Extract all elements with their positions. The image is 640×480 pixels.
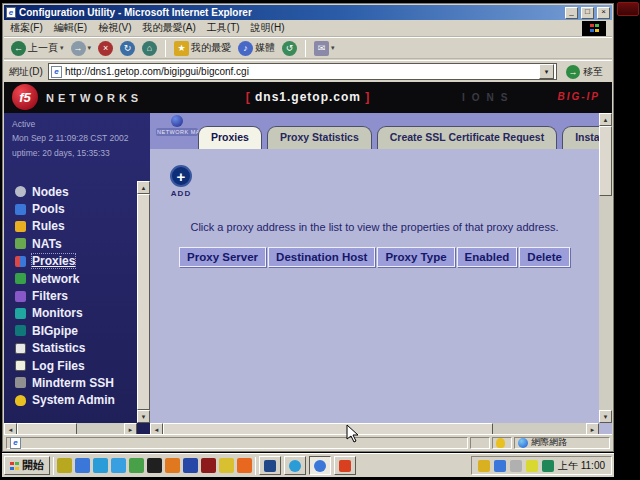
home-icon: ⌂ (142, 41, 157, 56)
sidebar-item-nats[interactable]: NATs (15, 235, 134, 252)
menu-tools[interactable]: 工具(T) (207, 21, 240, 35)
uptime-text: uptime: 20 days, 15:35:33 (12, 146, 150, 160)
forward-button[interactable]: → ▾ (69, 40, 94, 57)
back-icon: ← (11, 41, 26, 56)
tab-install-ssl-certificate[interactable]: Install SSL Certif (562, 126, 599, 149)
stop-button[interactable]: × (96, 40, 115, 57)
menu-favorites[interactable]: 我的最愛(A) (142, 21, 195, 35)
quicklaunch-icon[interactable] (237, 458, 252, 473)
menu-view[interactable]: 檢視(V) (98, 21, 131, 35)
quicklaunch-icon[interactable] (165, 458, 180, 473)
forward-dropdown-icon[interactable]: ▾ (88, 44, 92, 52)
menu-help[interactable]: 說明(H) (251, 21, 285, 35)
tab-proxies[interactable]: Proxies (198, 126, 262, 149)
sidebar-item-mindterm-ssh[interactable]: Mindterm SSH (15, 374, 134, 391)
taskbar-window-button[interactable] (259, 456, 281, 475)
scroll-down-icon[interactable]: ▼ (599, 410, 612, 423)
quicklaunch-icon[interactable] (93, 458, 108, 473)
window-icon (339, 460, 351, 472)
scrollbar-track[interactable] (599, 196, 612, 410)
scrollbar-thumb[interactable] (137, 194, 150, 410)
content-vertical-scrollbar[interactable]: ▲ ▼ (599, 113, 612, 423)
tab-create-ssl-certificate-request[interactable]: Create SSL Certificate Request (377, 126, 557, 149)
network-map-label: NETWORK MAP (156, 128, 198, 136)
minimize-button[interactable]: _ (565, 7, 578, 19)
system-tray: 上午 11:00 (471, 456, 612, 475)
header-watermark: IONS (462, 92, 514, 103)
mail-icon: ✉ (314, 41, 329, 56)
column-delete[interactable]: Delete (519, 247, 570, 267)
f5-header: f5 NETWORKS [ dns1.getop.com ] IONS BIG-… (4, 82, 612, 113)
taskbar-window-button[interactable] (334, 456, 356, 475)
sidebar-item-system-admin[interactable]: System Admin (15, 392, 134, 409)
media-button[interactable]: ♪ 媒體 (236, 40, 277, 57)
network-icon (15, 273, 26, 284)
mail-dropdown-icon[interactable]: ▾ (331, 44, 335, 52)
back-button[interactable]: ← 上一頁 ▾ (9, 40, 66, 57)
column-proxy-type[interactable]: Proxy Type (377, 247, 454, 267)
mail-button[interactable]: ✉ ▾ (312, 40, 337, 57)
windows-flag-icon (590, 24, 599, 32)
sidebar-item-bigpipe[interactable]: BIGpipe (15, 322, 134, 339)
nodes-icon (15, 186, 26, 197)
sidebar-item-proxies[interactable]: Proxies (15, 253, 134, 270)
scrollbar-thumb[interactable] (599, 126, 612, 196)
quicklaunch-icon[interactable] (75, 458, 90, 473)
taskbar-window-button[interactable] (284, 456, 306, 475)
quicklaunch-icon[interactable] (147, 458, 162, 473)
tray-network-icon[interactable] (494, 460, 506, 472)
sidebar-vertical-scrollbar[interactable]: ▲ ▼ (137, 181, 150, 423)
refresh-button[interactable]: ↻ (118, 40, 137, 57)
scroll-down-icon[interactable]: ▼ (137, 410, 150, 423)
go-label: 移至 (583, 65, 603, 79)
sidebar-item-statistics[interactable]: Statistics (15, 340, 134, 357)
home-button[interactable]: ⌂ (140, 40, 159, 57)
bigpipe-icon (15, 325, 26, 336)
history-icon: ↺ (282, 41, 297, 56)
tray-icon[interactable] (542, 460, 554, 472)
sidebar-item-filters[interactable]: Filters (15, 287, 134, 304)
column-destination-host[interactable]: Destination Host (268, 247, 375, 267)
tray-volume-icon[interactable] (478, 460, 490, 472)
sidebar-item-pools[interactable]: Pools (15, 200, 134, 217)
sidebar-item-network[interactable]: Network (15, 270, 134, 287)
tray-icon[interactable] (510, 460, 522, 472)
address-dropdown-icon[interactable]: ▾ (539, 64, 554, 79)
quicklaunch-icon[interactable] (129, 458, 144, 473)
quicklaunch-icon[interactable] (201, 458, 216, 473)
quicklaunch-icon[interactable] (183, 458, 198, 473)
quicklaunch-icon[interactable] (219, 458, 234, 473)
quicklaunch-icon[interactable] (111, 458, 126, 473)
sidebar-item-log-files[interactable]: Log Files (15, 357, 134, 374)
column-proxy-server[interactable]: Proxy Server (179, 247, 266, 267)
go-button[interactable]: → 移至 (562, 64, 607, 80)
sidebar: Active Mon Sep 2 11:09:28 CST 2002 uptim… (4, 113, 150, 436)
network-map-button[interactable]: NETWORK MAP (156, 115, 198, 136)
tray-icon[interactable] (526, 460, 538, 472)
close-button[interactable]: × (597, 7, 610, 19)
sidebar-item-monitors[interactable]: Monitors (15, 305, 134, 322)
statistics-icon (15, 343, 26, 354)
menu-file[interactable]: 檔案(F) (10, 21, 43, 35)
sidebar-item-rules[interactable]: Rules (15, 218, 134, 235)
tab-proxy-statistics[interactable]: Proxy Statistics (267, 126, 372, 149)
history-button[interactable]: ↺ (280, 40, 299, 57)
favorites-button[interactable]: ★ 我的最愛 (172, 40, 233, 57)
windows-flag-icon (10, 462, 19, 470)
scroll-up-icon[interactable]: ▲ (137, 181, 150, 194)
maximize-button[interactable]: □ (581, 7, 594, 19)
address-input[interactable]: e http://dns1.getop.com/bigipgui/bigconf… (48, 63, 557, 80)
sidebar-item-nodes[interactable]: Nodes (15, 183, 134, 200)
quicklaunch-icon[interactable] (57, 458, 72, 473)
favorites-label: 我的最愛 (191, 41, 231, 55)
menu-edit[interactable]: 編輯(E) (54, 21, 87, 35)
taskbar-window-button-active[interactable] (309, 456, 331, 475)
back-dropdown-icon[interactable]: ▾ (60, 44, 64, 52)
column-enabled[interactable]: Enabled (457, 247, 518, 267)
mouse-cursor (346, 424, 360, 444)
add-proxy-button[interactable]: + ADD (170, 165, 192, 198)
scroll-up-icon[interactable]: ▲ (599, 113, 612, 126)
instruction-text: Click a proxy address in the list to vie… (150, 221, 599, 233)
toolbar-separator (165, 40, 166, 57)
start-button[interactable]: 開始 (4, 456, 50, 475)
